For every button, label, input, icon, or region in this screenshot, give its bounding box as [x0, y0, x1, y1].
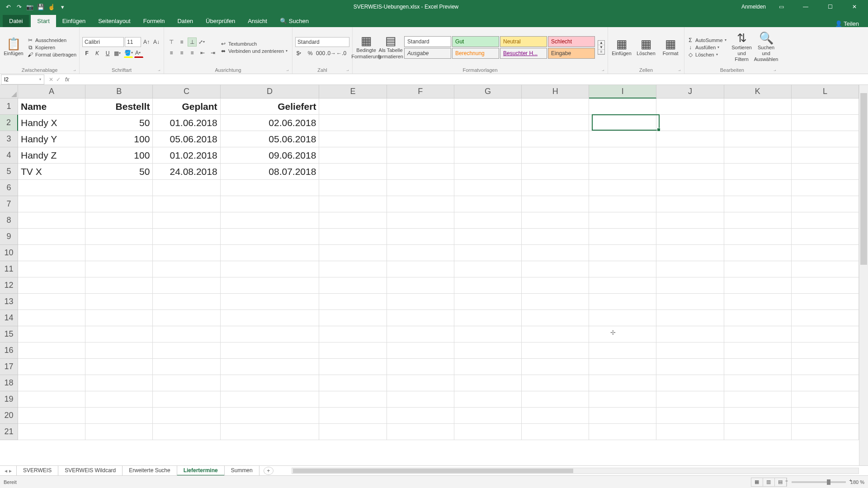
cell[interactable] — [153, 326, 220, 343]
font-color-button[interactable]: A▾ — [134, 49, 143, 58]
cell[interactable] — [522, 408, 589, 424]
cell[interactable] — [589, 180, 656, 196]
cell[interactable] — [589, 212, 656, 229]
cell[interactable] — [792, 391, 859, 408]
cell[interactable] — [18, 343, 85, 359]
column-header[interactable]: K — [724, 85, 792, 99]
sheet-tab[interactable]: SVERWEIS Wildcard — [58, 466, 123, 476]
decrease-indent-icon[interactable]: ⇤ — [198, 48, 207, 57]
align-middle-icon[interactable]: ≡ — [177, 38, 186, 47]
cell[interactable] — [589, 229, 656, 245]
cell[interactable] — [153, 180, 220, 196]
cell[interactable] — [724, 277, 792, 294]
decrease-font-icon[interactable]: A↓ — [152, 38, 161, 47]
cell[interactable]: 50 — [85, 115, 153, 131]
cell[interactable] — [724, 343, 792, 359]
cell[interactable] — [724, 147, 792, 164]
share-button[interactable]: 👤 Teilen — [835, 20, 859, 27]
cell[interactable] — [656, 375, 724, 391]
cell[interactable] — [724, 229, 792, 245]
cell[interactable] — [522, 229, 589, 245]
tab-pagelayout[interactable]: Seitenlayout — [92, 15, 137, 27]
style-gut[interactable]: Gut — [452, 36, 499, 47]
cell[interactable] — [724, 375, 792, 391]
cell[interactable] — [454, 310, 522, 326]
cell[interactable] — [656, 164, 724, 180]
tab-insert[interactable]: Einfügen — [56, 15, 92, 27]
cell[interactable] — [589, 424, 656, 440]
cell[interactable] — [387, 359, 454, 375]
cell[interactable] — [319, 294, 387, 310]
cell[interactable] — [589, 131, 656, 147]
close-icon[interactable]: ✕ — [845, 1, 863, 13]
row-header[interactable]: 13 — [0, 294, 18, 310]
sort-filter-button[interactable]: ⇅Sortieren und Filtern — [731, 31, 753, 64]
cell[interactable] — [724, 326, 792, 343]
align-center-icon[interactable]: ≡ — [177, 48, 186, 57]
cell[interactable] — [454, 261, 522, 277]
cell[interactable] — [454, 245, 522, 261]
cell[interactable] — [724, 245, 792, 261]
cell[interactable] — [18, 229, 85, 245]
last-sheet-icon[interactable]: ▸ — [9, 468, 12, 474]
cell[interactable] — [18, 310, 85, 326]
cell[interactable]: Handy Y — [18, 131, 85, 147]
cell[interactable] — [319, 164, 387, 180]
cell[interactable] — [454, 180, 522, 196]
cell[interactable] — [85, 277, 153, 294]
cell[interactable] — [792, 180, 859, 196]
row-header[interactable]: 12 — [0, 277, 18, 294]
cell[interactable] — [724, 164, 792, 180]
cell[interactable] — [656, 245, 724, 261]
cell[interactable]: 01.06.2018 — [153, 115, 220, 131]
cell[interactable] — [153, 212, 220, 229]
cell[interactable]: Handy Z — [18, 147, 85, 164]
cell[interactable] — [18, 196, 85, 212]
cell[interactable]: TV X — [18, 164, 85, 180]
cell[interactable] — [589, 408, 656, 424]
cell[interactable] — [792, 115, 859, 131]
cell[interactable] — [18, 294, 85, 310]
cell[interactable] — [792, 375, 859, 391]
row-header[interactable]: 10 — [0, 245, 18, 261]
cell[interactable] — [221, 326, 320, 343]
cell[interactable] — [319, 196, 387, 212]
cell[interactable] — [724, 180, 792, 196]
cell[interactable] — [656, 99, 724, 115]
cell[interactable] — [387, 391, 454, 408]
style-neutral[interactable]: Neutral — [500, 36, 547, 47]
tab-review[interactable]: Überprüfen — [199, 15, 241, 27]
cell[interactable] — [522, 375, 589, 391]
formula-input[interactable] — [71, 75, 868, 84]
cell[interactable] — [724, 261, 792, 277]
cell[interactable] — [387, 115, 454, 131]
cell[interactable] — [454, 391, 522, 408]
cell[interactable] — [153, 391, 220, 408]
style-berechnung[interactable]: Berechnung — [452, 48, 499, 59]
cell[interactable] — [454, 294, 522, 310]
sheet-tab[interactable]: Erweiterte Suche — [122, 466, 177, 476]
cell[interactable] — [454, 115, 522, 131]
cell[interactable] — [319, 115, 387, 131]
cell[interactable] — [387, 196, 454, 212]
cell[interactable] — [319, 359, 387, 375]
cell[interactable] — [85, 408, 153, 424]
cell[interactable]: Geliefert — [221, 99, 320, 115]
cell[interactable] — [522, 359, 589, 375]
cell[interactable] — [589, 115, 656, 131]
column-header[interactable]: A — [18, 85, 85, 99]
worksheet-grid[interactable]: ABCDEFGHIJKL 123456789101112131415161718… — [0, 85, 859, 465]
tab-data[interactable]: Daten — [171, 15, 199, 27]
cell[interactable] — [387, 164, 454, 180]
row-header[interactable]: 15 — [0, 326, 18, 343]
cell[interactable] — [319, 375, 387, 391]
cell[interactable] — [656, 147, 724, 164]
cell[interactable] — [454, 343, 522, 359]
cell[interactable] — [319, 408, 387, 424]
row-header[interactable]: 2 — [0, 115, 18, 131]
cell[interactable] — [221, 277, 320, 294]
find-select-button[interactable]: 🔍Suchen und Auswählen — [755, 31, 777, 64]
cell[interactable] — [221, 180, 320, 196]
cell[interactable] — [153, 196, 220, 212]
tab-formulas[interactable]: Formeln — [137, 15, 171, 27]
